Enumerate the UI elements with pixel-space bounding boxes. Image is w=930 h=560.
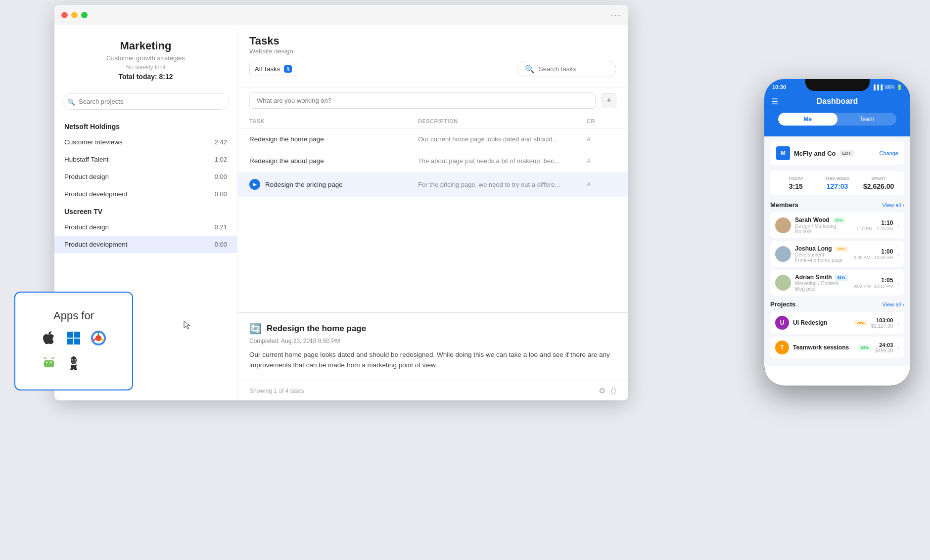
sidebar-item-hubstaff-talent[interactable]: Hubstaff Talent 1:02 bbox=[54, 151, 237, 168]
phone-project-row[interactable]: T Teamwork sessions 63% 24:03 $499.00 › bbox=[770, 337, 904, 358]
search-tasks-icon: 🔍 bbox=[525, 64, 535, 74]
filter-label: All Tasks bbox=[255, 65, 280, 73]
project-stats: 103:00 $2,127.00 bbox=[871, 317, 893, 329]
sidebar-item-name: Customer inteviews bbox=[64, 138, 123, 146]
company-change[interactable]: Change bbox=[879, 150, 898, 156]
search-projects-input[interactable] bbox=[62, 93, 229, 110]
sidebar-item-product-development[interactable]: Product development 0:00 bbox=[54, 185, 237, 203]
phone-member-row[interactable]: Sarah Wood 20% Design / Marketing No tas… bbox=[770, 213, 904, 238]
col-cr: CR bbox=[587, 118, 616, 124]
stat-today: TODAY 3:15 bbox=[775, 176, 817, 190]
phone-content: M McFly and Co EDT Change TODAY 3:15 THI… bbox=[764, 136, 910, 366]
svg-rect-0 bbox=[67, 332, 73, 338]
sidebar-item-time: 0:00 bbox=[215, 241, 227, 248]
member-role: Development bbox=[795, 252, 850, 258]
tasks-header: Tasks Website design All Tasks ⇅ 🔍 bbox=[237, 25, 628, 87]
tasks-table-header: TASK DESCRIPTION CR bbox=[237, 114, 628, 129]
sidebar-item-time: 2:42 bbox=[215, 138, 227, 146]
tab-me[interactable]: Me bbox=[778, 113, 837, 126]
svg-line-7 bbox=[101, 339, 104, 341]
member-time: 1:00 9:00 AM - 10:00 AM bbox=[854, 248, 893, 260]
task-detail-desc: Our current home page looks dated and sh… bbox=[249, 349, 616, 371]
close-button[interactable] bbox=[61, 12, 68, 18]
members-title: Members bbox=[770, 201, 798, 209]
phone-mockup: 10:30 ▐▐▐ WiFi 🔋 ☰ Dashboard Me Team M M… bbox=[764, 79, 910, 386]
task-assignee: A bbox=[587, 136, 616, 143]
member-name-row: Sarah Wood 20% bbox=[795, 216, 852, 223]
table-row-active[interactable]: ▶ Redesign the pricing page For the pric… bbox=[237, 172, 628, 197]
sidebar-item-name: Product development bbox=[64, 241, 128, 248]
phone-notch bbox=[805, 79, 870, 91]
task-desc: Our current home page looks dated and sh… bbox=[418, 135, 587, 143]
svg-point-13 bbox=[50, 362, 52, 363]
task-input-row: + bbox=[237, 87, 628, 114]
stat-week-label: THIS WEEK bbox=[817, 176, 858, 181]
project-badge: 63% bbox=[858, 345, 871, 351]
phone-member-row[interactable]: Joshua Long 15% Development Front-end ho… bbox=[770, 241, 904, 267]
tab-team[interactable]: Team bbox=[837, 113, 897, 126]
sidebar-item-time: 1:02 bbox=[215, 156, 227, 163]
task-detail-icon: 🔄 bbox=[249, 323, 262, 335]
window-menu-dots[interactable]: ··· bbox=[611, 10, 621, 20]
add-task-button[interactable]: + bbox=[602, 93, 616, 108]
tasks-filter-select[interactable]: All Tasks ⇅ bbox=[249, 62, 297, 76]
tasks-search[interactable]: 🔍 bbox=[517, 61, 616, 77]
chevron-right-icon: › bbox=[897, 344, 899, 351]
stat-week-value: 127:03 bbox=[817, 182, 858, 190]
minimize-button[interactable] bbox=[71, 12, 78, 18]
phone-project-row[interactable]: U UI Redesign 20% 103:00 $2,127.00 › bbox=[770, 312, 904, 334]
sidebar-item-customer-interviews[interactable]: Customer inteviews 2:42 bbox=[54, 133, 237, 151]
search-tasks-input[interactable] bbox=[539, 65, 608, 73]
member-time: 1:05 9:09 PM - 10:10 PM bbox=[853, 277, 893, 289]
traffic-lights bbox=[61, 12, 88, 18]
tasks-subtitle: Website design bbox=[249, 47, 616, 55]
phone-menu-icon[interactable]: ☰ bbox=[771, 97, 778, 106]
member-avatar bbox=[775, 275, 791, 291]
member-info: Adrian Smith 81% Marketing / Content Blo… bbox=[795, 274, 849, 292]
table-row[interactable]: Redesign the home page Our current home … bbox=[237, 129, 628, 150]
filter-icon[interactable]: ⚙ bbox=[599, 386, 605, 395]
task-input-field[interactable] bbox=[249, 92, 596, 109]
phone-header-title: Dashboard bbox=[817, 97, 858, 106]
sidebar-header: Marketing Customer growth strategies No … bbox=[54, 30, 237, 88]
sidebar-item-product-design[interactable]: Product design 0:00 bbox=[54, 168, 237, 185]
svg-line-8 bbox=[93, 339, 96, 341]
chevron-right-icon: › bbox=[897, 319, 899, 327]
collapse-icon[interactable]: ⟨⟩ bbox=[610, 386, 616, 395]
svg-point-22 bbox=[74, 368, 77, 370]
member-task: No task bbox=[795, 229, 852, 234]
sidebar-search[interactable]: 🔍 bbox=[62, 93, 229, 110]
member-name: Sarah Wood bbox=[795, 216, 830, 223]
battery-icon: 🔋 bbox=[896, 85, 902, 90]
task-assignee: A bbox=[587, 158, 616, 165]
play-button[interactable]: ▶ bbox=[249, 179, 260, 190]
maximize-button[interactable] bbox=[81, 12, 88, 18]
member-range: 9:09 PM - 10:10 PM bbox=[853, 284, 893, 289]
member-role: Marketing / Content bbox=[795, 281, 849, 286]
phone-projects-header: Projects View all › bbox=[770, 301, 904, 308]
stat-week: THIS WEEK 127:03 bbox=[817, 176, 858, 190]
col-description: DESCRIPTION bbox=[418, 118, 587, 124]
col-task: TASK bbox=[249, 118, 418, 124]
svg-point-21 bbox=[70, 368, 73, 370]
member-avatar bbox=[775, 217, 791, 233]
member-name-row: Joshua Long 15% bbox=[795, 245, 850, 252]
phone-member-row[interactable]: Adrian Smith 81% Marketing / Content Blo… bbox=[770, 270, 904, 296]
svg-point-12 bbox=[46, 362, 48, 363]
projects-view-all[interactable]: View all › bbox=[883, 302, 904, 307]
svg-point-5 bbox=[95, 335, 101, 341]
project-name: Teamwork sessions bbox=[793, 344, 855, 351]
sidebar-item-uscreen-product-development[interactable]: Product development 0:00 bbox=[54, 236, 237, 253]
sidebar-subtitle: Customer growth strategies bbox=[64, 54, 227, 62]
sidebar-item-uscreen-product-design[interactable]: Product design 0:21 bbox=[54, 218, 237, 236]
phone-tabs-container: Me Team bbox=[764, 113, 910, 136]
sidebar-item-name: Product development bbox=[64, 190, 128, 198]
member-duration: 1:00 bbox=[854, 248, 893, 255]
svg-point-19 bbox=[72, 359, 72, 360]
project-name: UI Redesign bbox=[793, 319, 851, 326]
members-view-all[interactable]: View all › bbox=[883, 202, 904, 208]
task-desc: The about page just needs a bit of makeu… bbox=[418, 157, 587, 165]
member-range: 1:10 PM - 2:20 PM bbox=[856, 226, 893, 231]
filter-arrows-icon: ⇅ bbox=[284, 65, 292, 73]
table-row[interactable]: Redesign the about page The about page j… bbox=[237, 150, 628, 172]
